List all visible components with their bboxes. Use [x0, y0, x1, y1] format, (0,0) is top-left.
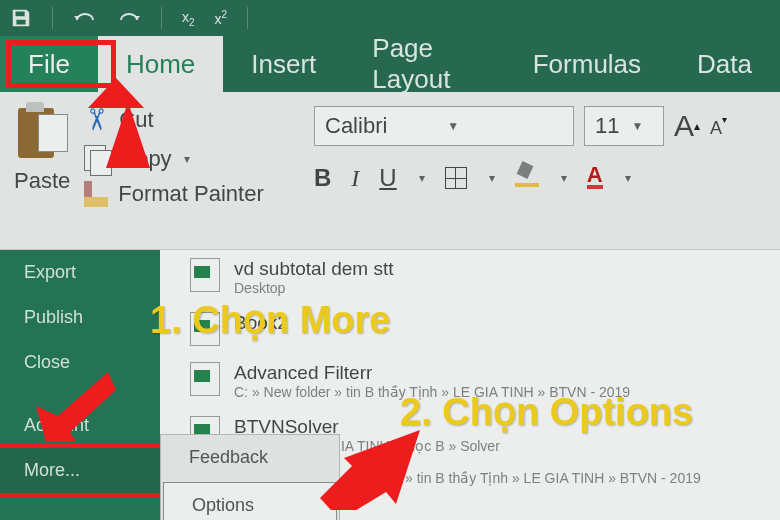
chevron-down-icon[interactable]: ▾	[419, 171, 425, 185]
undo-icon[interactable]	[73, 8, 97, 28]
chevron-down-icon[interactable]: ▾	[184, 152, 190, 166]
font-name-select[interactable]: Calibri ▼	[314, 106, 574, 146]
svg-marker-2	[320, 430, 420, 510]
chevron-down-icon[interactable]: ▼	[631, 119, 643, 133]
font-name-value: Calibri	[325, 113, 387, 139]
backstage-export[interactable]: Export	[0, 250, 160, 295]
separator	[247, 7, 248, 29]
ribbon-group-font: Calibri ▼ 11 ▼ A▴ A▾ B I U▾ ▾ ▾ A▾	[300, 92, 780, 249]
subscript-icon[interactable]: x2	[182, 9, 195, 28]
tab-data[interactable]: Data	[669, 36, 780, 92]
annotation-step1: 1. Chọn More	[150, 298, 390, 342]
excel-file-icon: X	[190, 258, 220, 292]
bold-button[interactable]: B	[314, 164, 331, 192]
redo-icon[interactable]	[117, 8, 141, 28]
fill-color-icon[interactable]	[515, 169, 539, 187]
chevron-down-icon[interactable]: ▼	[447, 119, 459, 133]
title-bar: x2 x2	[0, 0, 780, 36]
superscript-icon[interactable]: x2	[215, 9, 228, 27]
excel-file-icon: X	[190, 362, 220, 396]
format-painter-button[interactable]: Format Painter	[84, 181, 264, 207]
borders-icon[interactable]	[445, 167, 467, 189]
tab-formulas[interactable]: Formulas	[505, 36, 669, 92]
tab-insert[interactable]: Insert	[223, 36, 344, 92]
font-color-icon[interactable]: A	[587, 167, 603, 189]
backstage-publish[interactable]: Publish	[0, 295, 160, 340]
increase-font-icon[interactable]: A▴	[674, 109, 700, 143]
chevron-down-icon[interactable]: ▾	[561, 171, 567, 185]
annotation-arrow-file	[88, 78, 158, 168]
italic-button[interactable]: I	[351, 165, 359, 192]
save-icon[interactable]	[10, 7, 32, 29]
submenu-options[interactable]: Options	[163, 482, 337, 520]
chevron-down-icon[interactable]: ▾	[489, 171, 495, 185]
recent-file-item[interactable]: X vd subtotal dem sttDesktop	[170, 250, 780, 304]
backstage-more[interactable]: More...	[0, 448, 160, 493]
decrease-font-icon[interactable]: A▾	[710, 114, 727, 139]
paste-button[interactable]: Paste	[14, 102, 70, 194]
font-size-value: 11	[595, 113, 619, 139]
format-painter-label: Format Painter	[118, 181, 264, 207]
svg-marker-0	[88, 78, 150, 168]
separator	[161, 7, 162, 29]
annotation-step2: 2. Chọn Options	[400, 390, 693, 434]
paste-icon	[14, 102, 70, 164]
svg-marker-1	[36, 372, 116, 442]
brush-icon	[84, 181, 108, 207]
chevron-down-icon[interactable]: ▾	[625, 171, 631, 185]
paste-label: Paste	[14, 168, 70, 194]
annotation-arrow-more	[36, 372, 116, 442]
font-size-select[interactable]: 11 ▼	[584, 106, 664, 146]
more-submenu: Feedback Options	[160, 434, 340, 520]
tab-page-layout[interactable]: Page Layout	[344, 36, 504, 92]
annotation-arrow-options	[320, 430, 420, 510]
underline-button[interactable]: U	[379, 164, 396, 192]
submenu-feedback[interactable]: Feedback	[161, 435, 339, 480]
separator	[52, 7, 53, 29]
tab-file[interactable]: File	[0, 36, 98, 92]
